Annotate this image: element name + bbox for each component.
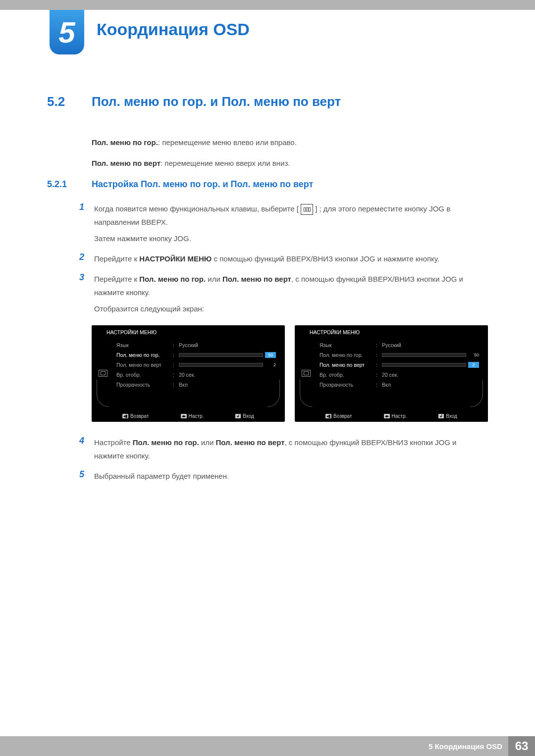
step-body: Настройте Пол. меню по гор. или Пол. мен…: [94, 436, 488, 462]
step-num: 2: [79, 252, 94, 265]
arc-left: [300, 380, 312, 407]
b: Пол. меню по верт: [222, 275, 291, 283]
osd-rows: Язык: Русский Пол. меню по гор.: 50 Пол.…: [295, 340, 488, 390]
b: Пол. меню по гор.: [139, 275, 206, 283]
t: Выбранный параметр будет применен.: [94, 472, 229, 480]
label: Пол. меню по гор.: [320, 352, 374, 358]
subsection-number: 5.2.1: [47, 179, 92, 190]
t: или: [206, 275, 222, 283]
footer-back: ◂▮Возврат: [122, 413, 149, 419]
t: или: [199, 438, 216, 447]
osd-panel-hpos: НАСТРОЙКИ МЕНЮ Язык: Русский Пол. меню п…: [92, 325, 285, 422]
step-num: 1: [79, 202, 94, 245]
footer-enter: ↲Вход: [235, 413, 254, 419]
value: 2: [382, 362, 479, 368]
osd-footer: ◂▮Возврат ◂▸Настр. ↲Вход: [295, 413, 488, 419]
value: Вкл: [382, 382, 479, 388]
t: Перейдите к: [94, 275, 139, 283]
footer-page-number: 63: [508, 736, 535, 756]
osd-row-vpos: Пол. меню по верт: 2: [320, 360, 479, 370]
enter-icon: ↲: [235, 414, 241, 418]
step-1: 1 Когда появится меню функциональных кла…: [79, 202, 488, 245]
value: Вкл: [179, 382, 276, 388]
b: Пол. меню по гор.: [133, 438, 199, 447]
step-2: 2 Перейдите к НАСТРОЙКИ МЕНЮ с помощью ф…: [79, 252, 488, 265]
step-list: 1 Когда появится меню функциональных кла…: [79, 202, 488, 315]
t: Перейдите к: [94, 254, 139, 263]
label: Пол. меню по верт: [116, 362, 171, 368]
value: Русский: [382, 342, 479, 348]
osd-rows: Язык: Русский Пол. меню по гор.: 50 Пол.…: [92, 340, 285, 390]
back-icon: ◂▮: [122, 414, 128, 418]
intro-line-1: Пол. меню по гор.: перемещение меню влев…: [92, 137, 488, 149]
value: 2: [179, 362, 276, 367]
osd-footer: ◂▮Возврат ◂▸Настр. ↲Вход: [92, 413, 285, 419]
value: Русский: [179, 342, 276, 348]
arc-right: [268, 380, 280, 407]
intro-rest-1: : перемещение меню влево или вправо.: [158, 138, 297, 147]
osd-title: НАСТРОЙКИ МЕНЮ: [295, 325, 488, 340]
section-heading: 5.2 Пол. меню по гор. и Пол. меню по вер…: [47, 94, 488, 109]
slider-track: [382, 353, 466, 357]
step-4: 4 Настройте Пол. меню по гор. или Пол. м…: [79, 436, 488, 462]
label: Пол. меню по гор.: [116, 352, 171, 358]
value: 20 сек.: [179, 372, 276, 378]
section-title: Пол. меню по гор. и Пол. меню по верт: [92, 94, 341, 109]
label: Вр. отобр.: [116, 372, 171, 378]
step-num: 4: [79, 436, 94, 462]
osd-row-vpos: Пол. меню по верт: 2: [116, 360, 276, 370]
step-body: Перейдите к НАСТРОЙКИ МЕНЮ с помощью фун…: [94, 252, 488, 265]
osd-screenshots: НАСТРОЙКИ МЕНЮ Язык: Русский Пол. меню п…: [92, 325, 488, 422]
value: 50: [382, 353, 479, 357]
osd-title: НАСТРОЙКИ МЕНЮ: [92, 325, 285, 340]
t: с помощью функций ВВЕРХ/ВНИЗ кнопки JOG …: [212, 254, 439, 263]
chapter-number: 5: [58, 15, 75, 50]
osd-side-icon: [302, 370, 311, 377]
b: Пол. меню по верт: [216, 438, 285, 447]
section-number: 5.2: [47, 94, 92, 109]
osd-row-hpos: Пол. меню по гор.: 50: [116, 350, 276, 360]
osd-side-icon: [99, 370, 107, 377]
intro-bold-1: Пол. меню по гор.: [92, 138, 158, 147]
slider-value: 50: [265, 352, 276, 358]
step3-sub: Отобразится следующий экран:: [94, 302, 488, 315]
menu-icon: ▯▯▯: [301, 204, 313, 215]
step1-pre: Когда появится меню функциональных клави…: [94, 204, 299, 213]
step-body: Перейдите к Пол. меню по гор. или Пол. м…: [94, 272, 488, 315]
t: Настройте: [94, 438, 133, 447]
footer-adjust: ◂▸Настр.: [181, 413, 204, 419]
value: 50: [179, 352, 276, 358]
step-list-after: 4 Настройте Пол. меню по гор. или Пол. м…: [79, 436, 488, 483]
intro-rest-2: : перемещение меню вверх или вниз.: [160, 159, 290, 167]
top-bar: [0, 0, 535, 10]
label: Вр. отобр.: [320, 372, 374, 378]
step1-sub: Затем нажмите кнопку JOG.: [94, 232, 488, 245]
chapter-title: Координация OSD: [97, 20, 250, 39]
step-num: 5: [79, 469, 94, 483]
osd-row-trans: Прозрачность: Вкл: [320, 380, 479, 390]
slider-value: 2: [468, 362, 479, 368]
arc-left: [97, 380, 109, 407]
footer-enter: ↲Вход: [438, 413, 457, 419]
enter-icon: ↲: [438, 414, 444, 418]
osd-row-hpos: Пол. меню по гор.: 50: [320, 350, 479, 360]
osd-row-time: Вр. отобр.: 20 сек.: [116, 370, 276, 380]
slider-track: [179, 353, 263, 357]
label: Пол. меню по верт: [320, 362, 374, 368]
back-icon: ◂▮: [325, 414, 331, 418]
step-3: 3 Перейдите к Пол. меню по гор. или Пол.…: [79, 272, 488, 315]
adjust-icon: ◂▸: [384, 414, 390, 418]
footer-label: 5 Координация OSD: [428, 742, 508, 751]
osd-row-lang: Язык: Русский: [116, 340, 276, 350]
label: Язык: [320, 342, 374, 348]
slider-track: [382, 363, 466, 367]
subsection-title: Настройка Пол. меню по гор. и Пол. меню …: [92, 179, 313, 190]
slider-track: [179, 363, 263, 367]
value: 20 сек.: [382, 372, 479, 378]
page-footer: 5 Координация OSD 63: [0, 736, 535, 756]
subsection-heading: 5.2.1 Настройка Пол. меню по гор. и Пол.…: [47, 179, 488, 190]
slider-value: 2: [265, 362, 276, 367]
arc-right: [471, 380, 483, 407]
b: НАСТРОЙКИ МЕНЮ: [139, 254, 212, 263]
footer-back: ◂▮Возврат: [325, 413, 352, 419]
